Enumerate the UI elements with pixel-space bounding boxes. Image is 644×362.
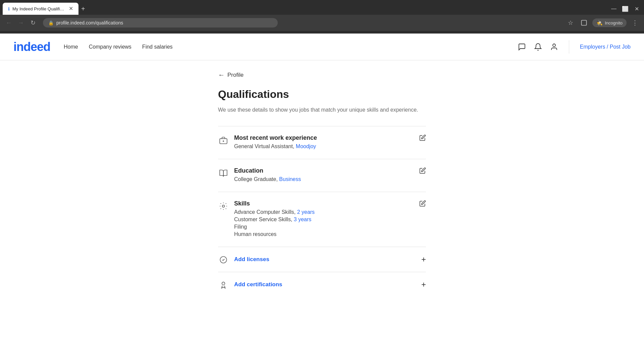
work-experience-section: Most recent work experience General Virt… — [218, 126, 426, 159]
user-account-button[interactable] — [550, 43, 558, 51]
skill-2: Customer Service Skills, 3 years — [234, 217, 426, 223]
page-title: Qualifications — [218, 88, 426, 101]
add-licenses-button[interactable]: + — [421, 255, 426, 264]
skill-1-years: 2 years — [297, 209, 315, 215]
work-experience-detail: General Virtual Assistant, Moodjoy — [234, 143, 426, 149]
svg-rect-0 — [582, 20, 587, 25]
close-button[interactable]: ✕ — [632, 4, 641, 13]
add-certifications-section[interactable]: Add certifications + — [218, 272, 426, 297]
messages-button[interactable] — [518, 43, 526, 51]
skills-title: Skills — [234, 200, 426, 207]
certifications-icon — [218, 280, 229, 290]
edit-skills-button[interactable] — [419, 200, 426, 208]
skill-1-plain: Advance Computer Skills, — [234, 209, 297, 215]
education-icon — [218, 168, 229, 179]
page-subtitle: We use these details to show you jobs th… — [218, 106, 426, 114]
skill-4: Human resources — [234, 231, 426, 237]
minimize-button[interactable]: — — [609, 4, 619, 13]
add-licenses-section[interactable]: Add licenses + — [218, 247, 426, 272]
browser-chrome: ℹ My Indeed Profile Qualification... ✕ +… — [0, 0, 644, 34]
skill-3-plain: Filing — [234, 224, 247, 230]
menu-button[interactable]: ⋮ — [630, 18, 640, 28]
nav-company-reviews[interactable]: Company reviews — [89, 44, 131, 50]
nav-find-salaries[interactable]: Find salaries — [142, 44, 173, 50]
skill-3: Filing — [234, 224, 426, 230]
header-actions: Employers / Post Job — [518, 40, 631, 54]
tab-close-icon[interactable]: ✕ — [69, 6, 73, 11]
licenses-icon — [218, 254, 229, 265]
bookmark-button[interactable]: ☆ — [566, 18, 576, 28]
work-experience-body: Most recent work experience General Virt… — [234, 134, 426, 151]
work-experience-icon — [218, 135, 229, 146]
incognito-indicator: 🕵 Incognito — [592, 18, 627, 27]
education-body: Education College Graduate, Business — [234, 167, 426, 184]
logo-text: indeed — [13, 40, 50, 54]
page-content: ← Profile Qualifications We use these de… — [205, 60, 439, 308]
reload-button[interactable]: ↻ — [28, 18, 38, 27]
indeed-header: indeed Home Company reviews Find salarie… — [0, 34, 644, 60]
skill-4-plain: Human resources — [234, 231, 276, 237]
incognito-label: Incognito — [605, 20, 623, 25]
tab-title: My Indeed Profile Qualification... — [12, 6, 66, 11]
skill-2-years: 3 years — [294, 217, 311, 222]
forward-nav-button[interactable]: → — [16, 18, 25, 27]
svg-point-1 — [553, 44, 555, 47]
nav-home[interactable]: Home — [64, 44, 78, 50]
tab-favicon-icon: ℹ — [8, 6, 10, 11]
add-certifications-label: Add certifications — [234, 281, 416, 288]
new-tab-button[interactable]: + — [78, 4, 88, 14]
education-detail: College Graduate, Business — [234, 176, 426, 182]
back-link-label: Profile — [227, 72, 244, 78]
add-certifications-button[interactable]: + — [421, 280, 426, 289]
education-plain: College Graduate, — [234, 176, 279, 182]
browser-tab-active[interactable]: ℹ My Indeed Profile Qualification... ✕ — [3, 3, 78, 15]
work-experience-company: Moodjoy — [296, 143, 316, 149]
address-bar[interactable]: 🔒 profile.indeed.com/qualifications — [43, 18, 278, 27]
maximize-button[interactable]: ⬜ — [621, 4, 630, 13]
add-licenses-label: Add licenses — [234, 256, 416, 263]
education-title: Education — [234, 167, 426, 174]
skill-1: Advance Computer Skills, 2 years — [234, 209, 426, 215]
svg-point-5 — [222, 205, 225, 207]
employers-post-job-link[interactable]: Employers / Post Job — [580, 44, 631, 50]
edit-work-experience-button[interactable] — [419, 134, 426, 143]
indeed-logo[interactable]: indeed — [13, 40, 50, 54]
education-field: Business — [279, 176, 301, 182]
back-nav-button[interactable]: ← — [4, 18, 13, 27]
profile-icon-button[interactable] — [579, 18, 589, 28]
browser-tab-bar: ℹ My Indeed Profile Qualification... ✕ +… — [0, 0, 644, 15]
education-section: Education College Graduate, Business — [218, 159, 426, 192]
toolbar-actions: ☆ 🕵 Incognito ⋮ — [566, 18, 640, 28]
back-to-profile-link[interactable]: ← Profile — [218, 71, 426, 79]
skills-body: Skills Advance Computer Skills, 2 years … — [234, 200, 426, 239]
url-display: profile.indeed.com/qualifications — [56, 20, 123, 25]
back-arrow-icon: ← — [218, 71, 225, 79]
header-divider — [569, 40, 569, 54]
browser-toolbar: ← → ↻ 🔒 profile.indeed.com/qualification… — [0, 15, 644, 31]
svg-point-7 — [222, 282, 225, 285]
skills-icon — [218, 201, 229, 212]
work-experience-title: Most recent work experience — [234, 134, 426, 141]
skills-section: Skills Advance Computer Skills, 2 years … — [218, 192, 426, 247]
window-controls: — ⬜ ✕ — [609, 4, 641, 13]
lock-icon: 🔒 — [48, 20, 54, 25]
notifications-button[interactable] — [534, 43, 542, 51]
work-experience-plain: General Virtual Assistant, — [234, 143, 296, 149]
incognito-icon: 🕵 — [596, 20, 603, 26]
header-nav: Home Company reviews Find salaries — [64, 44, 518, 50]
edit-education-button[interactable] — [419, 167, 426, 176]
skill-2-plain: Customer Service Skills, — [234, 217, 294, 222]
